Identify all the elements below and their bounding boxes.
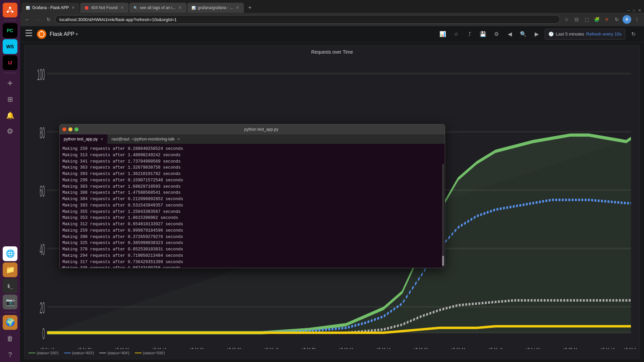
reload-page-button[interactable]: ↻	[612, 15, 621, 24]
reload-button[interactable]: ↻	[44, 15, 53, 24]
dashboard-title-text: Flask APP	[50, 31, 74, 37]
extensions-button[interactable]: 🧩	[592, 15, 601, 24]
legend-500-line	[135, 353, 142, 353]
webstorm-icon[interactable]: WS	[3, 39, 17, 54]
svg-point-3	[7, 11, 9, 13]
help-icon[interactable]: ?	[3, 347, 17, 362]
empty-tab[interactable]: +	[245, 3, 255, 13]
settings-button[interactable]: ⚙	[491, 29, 502, 40]
next-time-button[interactable]: ▶	[531, 29, 542, 40]
terminal-scrollbar[interactable]	[442, 164, 444, 267]
address-input[interactable]	[55, 15, 560, 24]
trash-icon[interactable]: 🗑	[3, 331, 17, 346]
terminal-title: python test_app.py	[80, 127, 442, 132]
terminal-close-dot[interactable]	[62, 127, 66, 131]
svg-text:15:24:00: 15:24:00	[526, 345, 540, 349]
grafana-topbar: Flask APP ▾ 📊 ☆ ⤴ 💾 ⚙ ◀ 🔍 ▶ 🕐 Last 5 min…	[20, 26, 644, 42]
svg-text:15:22:00: 15:22:00	[115, 345, 129, 349]
svg-text:0: 0	[42, 325, 45, 343]
svg-text:15:22:50: 15:22:50	[302, 345, 316, 349]
svg-point-2	[11, 11, 13, 13]
chrome-app-icon[interactable]: 🌐	[3, 246, 17, 261]
legend-500-label: {status='500'}	[143, 351, 165, 355]
notfound-tab[interactable]: 🔴 404 Not Found ✕	[80, 3, 128, 13]
profile-button[interactable]: R	[623, 15, 631, 24]
menu-button[interactable]: ⋮	[633, 15, 641, 24]
refresh-button[interactable]: ↻	[628, 29, 639, 40]
minimize-icon[interactable]: ─	[627, 8, 630, 13]
terminal-app-icon[interactable]: $_	[3, 279, 17, 293]
bell-icon[interactable]: 🔔	[3, 108, 17, 123]
svg-text:15:25:00: 15:25:00	[563, 345, 577, 349]
legend-200-label: {status='200'}	[37, 351, 59, 355]
grafana2-tab-favicon: 📊	[191, 5, 196, 10]
notfound-tab-favicon: 🔴	[84, 5, 89, 10]
grafana-tab-title: Grafana - Flask APP	[32, 5, 69, 10]
browser-actions: ☆ ⊡ ⬚ 🧩 ✕ ↻ R ⋮	[562, 15, 641, 24]
svg-text:60: 60	[40, 182, 45, 200]
grafana2-tab-close[interactable]: ✕	[235, 5, 240, 10]
grafana-topbar-actions: 📊 ☆ ⤴ 💾 ⚙ ◀ 🔍 ▶ 🕐 Last 5 minutes Refresh…	[437, 29, 639, 40]
close-window-icon[interactable]: ✕	[638, 8, 641, 13]
camera-icon[interactable]: 📷	[3, 295, 17, 309]
share-button[interactable]: ⤴	[464, 29, 475, 40]
taskbar-divider-1	[4, 20, 16, 20]
forward-button[interactable]: →	[34, 15, 42, 24]
back-button[interactable]: ←	[23, 15, 32, 24]
prev-time-button[interactable]: ◀	[504, 29, 515, 40]
svg-point-1	[9, 7, 11, 9]
terminal-scrollbar-thumb[interactable]	[442, 256, 444, 266]
globe-icon[interactable]: 🌍	[3, 315, 17, 330]
svg-text:20: 20	[40, 299, 45, 317]
dashboard-dropdown-icon: ▾	[76, 32, 78, 37]
star-button[interactable]: ☆	[451, 29, 462, 40]
legend-403: {status='403'}	[64, 351, 94, 355]
terminal-tab-shell[interactable]: raul@raul: ~/python-monitoring-talk ✕	[107, 134, 184, 144]
clock-icon: 🕐	[548, 32, 554, 37]
time-range-selector[interactable]: 🕐 Last 5 minutes Refresh every 10s	[545, 29, 625, 40]
taskbar: PC WS IJ + ⊞ 🔔 ⚙ 🌐 📁 $_ 📷 🌍 🗑 ?	[0, 0, 20, 362]
bookmark-star-button[interactable]: ☆	[562, 15, 571, 24]
settings-icon[interactable]: ⚙	[3, 124, 17, 139]
terminal-maximize-dot[interactable]	[74, 127, 78, 131]
svg-rect-6	[25, 33, 32, 34]
terminal-tab-script[interactable]: python test_app.py ✕	[60, 134, 107, 144]
svg-text:15:26:30: 15:26:30	[624, 345, 636, 349]
address-bar-row: ← → ↻ ☆ ⊡ ⬚ 🧩 ✕ ↻ R ⋮	[20, 13, 644, 26]
grafana-menu-icon[interactable]	[25, 30, 32, 38]
terminal-content[interactable]: Making 259 requests after 0.288640258524…	[60, 144, 445, 268]
grid-icon[interactable]: ⊞	[3, 92, 17, 107]
legend-403-line	[64, 353, 71, 353]
maximize-icon[interactable]: □	[633, 8, 635, 13]
terminal-tab-shell-close[interactable]: ✕	[177, 137, 180, 141]
grafana-tab[interactable]: 📊 Grafana - Flask APP ✕	[21, 3, 79, 13]
add-panel-button[interactable]: 📊	[437, 29, 448, 40]
dashboard-title[interactable]: Flask APP ▾	[50, 31, 78, 37]
svg-text:15:23:40: 15:23:40	[488, 345, 503, 349]
svg-text:15:22:40: 15:22:40	[264, 345, 278, 349]
tags-tab-close[interactable]: ✕	[178, 5, 182, 10]
x-button[interactable]: ✕	[602, 15, 611, 24]
notfound-tab-close[interactable]: ✕	[120, 5, 124, 10]
screenshot-button[interactable]: ⬚	[582, 15, 591, 24]
grafana2-tab[interactable]: 📊 grafana/grafana - ... ✕	[187, 3, 244, 13]
chart-legend: {status='200'} {status='403'} {status='4…	[29, 351, 636, 355]
ubuntu-icon[interactable]	[3, 3, 17, 17]
files-icon[interactable]: 📁	[3, 262, 17, 277]
terminal-tab-script-close[interactable]: ✕	[100, 137, 103, 141]
grafana-tab-close[interactable]: ✕	[71, 5, 75, 10]
terminal-minimize-dot[interactable]	[68, 127, 72, 131]
svg-text:15:22:30: 15:22:30	[227, 345, 241, 349]
legend-404-line	[99, 353, 106, 353]
svg-text:15:26:10: 15:26:10	[600, 345, 615, 349]
tab-controls: ─ □ ✕	[627, 8, 644, 13]
svg-text:15:23:20: 15:23:20	[414, 345, 428, 349]
tags-tab[interactable]: 🔍 see all tags of an i... ✕	[129, 3, 186, 13]
svg-point-10	[41, 31, 42, 32]
pycharm-icon[interactable]: PC	[3, 23, 17, 38]
save-button[interactable]: 💾	[478, 29, 488, 40]
intellij-icon[interactable]: IJ	[3, 55, 17, 70]
cast-button[interactable]: ⊡	[572, 15, 581, 24]
zoom-out-button[interactable]: 🔍	[518, 29, 529, 40]
add-icon[interactable]: +	[3, 76, 17, 90]
